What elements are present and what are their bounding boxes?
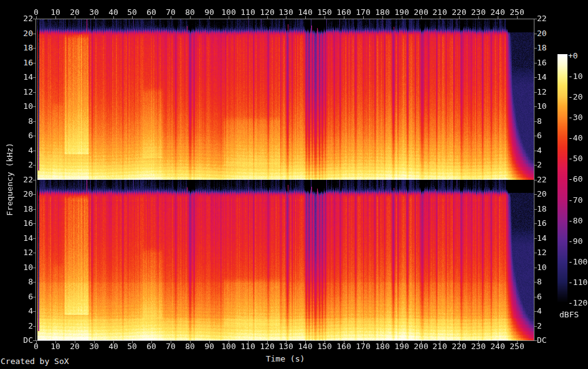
freq-tick-label: 14 [11,73,33,82]
freq-tick-label: 6 [11,131,33,140]
freq-tick-label: 10 [11,263,33,272]
colorbar-tick-label: -50 [568,154,582,163]
freq-tick-label: 2 [537,161,559,169]
freq-tick-label: 18 [11,205,33,213]
colorbar-tick-label: -80 [568,217,582,225]
colorbar-tick-label: -90 [568,237,582,246]
freq-tick [33,19,36,19]
colorbar-tick-label: -70 [568,196,582,205]
colorbar-tick-label: +0 [568,52,578,60]
plot-border-top [36,19,534,19]
freq-tick-label: 20 [11,190,33,199]
freq-tick [33,34,36,34]
freq-tick-label: 8 [11,278,33,286]
freq-tick-label: 18 [537,205,559,213]
freq-tick-label: 6 [537,131,559,140]
time-tick-label: 250 [505,8,529,17]
freq-tick-label: 12 [537,88,559,96]
freq-tick [33,253,36,253]
time-tick-label: 250 [505,342,529,351]
colorbar-tick-label: -40 [568,134,582,142]
freq-tick-label: DC [11,336,33,345]
freq-tick-label: 8 [537,278,559,286]
freq-tick-label: 12 [11,88,33,96]
freq-tick-label: 22 [11,14,33,23]
freq-tick-label: 2 [537,322,559,330]
freq-tick-label: DC [537,336,559,345]
freq-tick [33,106,36,107]
freq-tick-label: 2 [11,161,33,169]
freq-tick-label: 14 [11,234,33,243]
freq-tick-label: 14 [537,73,559,82]
freq-tick [33,77,36,78]
freq-tick [33,209,36,210]
colorbar-tick-label: -30 [568,113,582,122]
freq-tick [33,340,36,341]
freq-tick [33,63,36,63]
freq-tick [33,48,36,49]
freq-tick [33,326,36,327]
freq-tick-label: 6 [537,292,559,301]
freq-tick [33,238,36,239]
freq-tick-label: 18 [537,44,559,52]
freq-tick-label: 4 [537,307,559,315]
freq-tick-label: 12 [11,248,33,257]
freq-tick [33,268,36,268]
freq-tick-label: 12 [537,248,559,257]
freq-tick-label: 4 [537,146,559,155]
freq-tick-label: 16 [11,219,33,228]
freq-tick [33,121,36,122]
freq-tick-label: 14 [537,234,559,243]
freq-tick [33,180,36,180]
freq-tick [33,92,36,93]
freq-tick-label: 18 [11,44,33,52]
freq-tick-label: 20 [537,29,559,38]
colorbar-tick-label: -110 [568,278,587,287]
plot-border-left [36,19,36,341]
freq-tick-label: 20 [537,190,559,199]
freq-tick-label: 10 [537,263,559,272]
freq-tick [33,151,36,151]
freq-tick-label: 8 [11,117,33,126]
colorbar-tick-label: -100 [568,258,587,266]
freq-tick [33,311,36,312]
freq-tick-label: 16 [537,219,559,228]
sox-spectrogram-window: 0010102020303040405050606070708080909010… [0,0,588,369]
colorbar-tick-label: -120 [568,299,587,307]
x-axis-title: Time (s) [266,355,305,363]
y-axis-title: Frequency (kHz) [6,142,14,215]
freq-tick-label: 20 [11,29,33,38]
colorbar-tick-label: -10 [568,72,582,81]
freq-tick-label: 22 [537,175,559,184]
freq-tick [33,136,36,136]
freq-tick-label: 22 [11,175,33,184]
freq-tick-label: 10 [11,102,33,111]
freq-tick-label: 16 [11,58,33,67]
freq-tick-label: 10 [537,102,559,111]
freq-tick-label: 4 [11,146,33,155]
credit-text: Created by SoX [1,357,69,366]
freq-tick-label: 4 [11,307,33,315]
colorbar-unit-label: dBFS [559,311,579,319]
spectrogram-canvas [36,19,534,340]
colorbar-tick-label: -60 [568,175,582,184]
freq-tick [33,223,36,224]
freq-tick [33,194,36,195]
freq-tick [33,297,36,297]
colorbar-tick-label: -20 [568,93,582,101]
freq-tick-label: 8 [537,117,559,126]
freq-tick-label: 2 [11,322,33,330]
freq-tick [33,165,36,166]
freq-tick [33,282,36,283]
freq-tick-label: 16 [537,58,559,67]
freq-tick-label: 22 [537,14,559,23]
freq-tick-label: 6 [11,292,33,301]
